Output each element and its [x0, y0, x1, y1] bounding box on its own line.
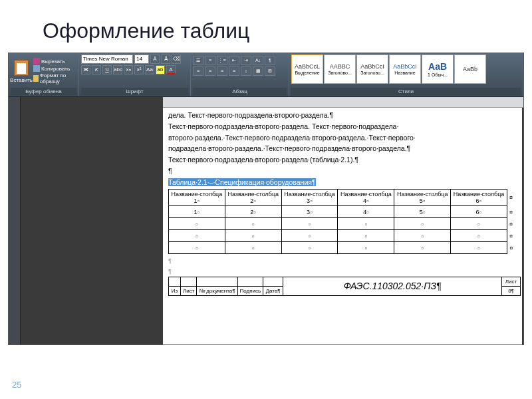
- frame-cell: Из: [169, 286, 181, 295]
- pilcrow-mark: ¶: [168, 268, 172, 275]
- frame-cell: Подпись: [237, 286, 263, 295]
- page[interactable]: Подп. и датаИнв. № дубл.Взам. инв. №Подп…: [163, 108, 522, 345]
- style-item[interactable]: AaBbCcIЗаголово...: [356, 55, 388, 84]
- slide-title: Оформление таблиц: [0, 0, 532, 53]
- font-name-select[interactable]: Times New Roman: [81, 55, 133, 64]
- numbering-button[interactable]: ≡: [205, 56, 215, 65]
- document-code: ФАЭС.110302.052·ПЗ¶: [283, 277, 502, 295]
- multilevel-button[interactable]: ⋮≡: [217, 56, 227, 65]
- document-area[interactable]: Подп. и датаИнв. № дубл.Взам. инв. №Подп…: [163, 97, 523, 345]
- style-item[interactable]: AaBbCcIНазвание: [389, 55, 421, 84]
- frame-cell: №·документа¶: [197, 286, 237, 295]
- case-button[interactable]: Aa: [145, 65, 154, 74]
- align-left-button[interactable]: ≡: [193, 66, 203, 76]
- justify-button[interactable]: ≡: [229, 66, 239, 76]
- style-item[interactable]: АаВ1 Обыч...: [422, 55, 454, 84]
- table-caption[interactable]: Таблица·2.1·–·Спецификация·оборудования¶: [166, 178, 522, 188]
- italic-button[interactable]: К: [92, 65, 101, 74]
- paste-label: Вставить: [10, 77, 33, 83]
- slide-number: 25: [12, 380, 21, 390]
- styles-group: AaBbCcLВыделениеAABBCЗаголово...AaBbCcIЗ…: [289, 53, 523, 96]
- sort-button[interactable]: A↓: [253, 56, 263, 65]
- clear-format-button[interactable]: ⌫: [172, 55, 181, 64]
- style-item[interactable]: AaBb: [454, 55, 486, 84]
- copy-button[interactable]: Копировать: [33, 65, 76, 72]
- align-center-button[interactable]: ≡: [205, 66, 215, 76]
- clipboard-icon: [14, 60, 29, 76]
- style-item[interactable]: AABBCЗаголово...: [324, 55, 356, 84]
- subscript-button[interactable]: x₂: [124, 65, 133, 74]
- paragraph-group-label: Абзац: [193, 88, 287, 95]
- pilcrow-mark: ¶: [168, 257, 172, 264]
- title-block: ФАЭС.110302.052·ПЗ¶ Лист Из Лист №·докум…: [168, 277, 521, 296]
- vertical-ruler[interactable]: [9, 97, 21, 345]
- bold-button[interactable]: Ж: [81, 65, 90, 74]
- highlight-button[interactable]: ab: [156, 65, 165, 74]
- scissors-icon: [33, 58, 40, 65]
- paste-button[interactable]: Вставить: [11, 55, 32, 88]
- font-group: Times New Roman 14 Â Ǎ ⌫ Ж К Ч abc x₂ x…: [79, 53, 191, 96]
- shrink-font-button[interactable]: Ǎ: [161, 55, 170, 64]
- format-painter-button[interactable]: Формат по образцу: [33, 72, 76, 84]
- document-text[interactable]: дела. Текст·первого·подраздела·второго·р…: [166, 110, 522, 177]
- ribbon: Вставить Вырезать Копировать Формат по о…: [9, 53, 523, 97]
- copy-label: Копировать: [41, 66, 70, 72]
- style-item[interactable]: AaBbCcLВыделение: [291, 55, 323, 84]
- font-group-label: Шрифт: [81, 88, 188, 95]
- cut-button[interactable]: Вырезать: [33, 58, 76, 65]
- paragraph-group: ☰ ≡ ⋮≡ ⇤ ⇥ A↓ ¶ ≡ ≡ ≡ ≡ ↕ ▦ ⊞ Абзац: [191, 53, 289, 96]
- spec-table[interactable]: Название·столбца 1¤Название·столбца 2¤На…: [168, 189, 515, 254]
- align-right-button[interactable]: ≡: [217, 66, 227, 76]
- sheet-label: Лист: [502, 277, 521, 286]
- bullets-button[interactable]: ☰: [193, 56, 203, 65]
- pilcrow-button[interactable]: ¶: [265, 56, 275, 65]
- grow-font-button[interactable]: Â: [150, 55, 160, 64]
- underline-button[interactable]: Ч: [102, 65, 112, 74]
- copy-icon: [33, 65, 40, 72]
- shading-button[interactable]: ▦: [253, 66, 263, 76]
- format-label: Формат по образцу: [40, 72, 76, 84]
- cut-label: Вырезать: [41, 59, 65, 65]
- strike-button[interactable]: abc: [113, 65, 122, 74]
- superscript-button[interactable]: x²: [134, 65, 144, 74]
- brush-icon: [33, 75, 39, 82]
- indent-inc-button[interactable]: ⇥: [241, 56, 251, 65]
- word-window: Вставить Вырезать Копировать Формат по о…: [8, 53, 524, 345]
- horizontal-ruler[interactable]: [163, 97, 523, 108]
- work-area: Подп. и датаИнв. № дубл.Взам. инв. №Подп…: [9, 97, 523, 345]
- styles-group-label: Стили: [291, 88, 521, 95]
- clipboard-group: Вставить Вырезать Копировать Формат по о…: [9, 53, 79, 96]
- dark-panel: [21, 97, 163, 345]
- font-size-select[interactable]: 14: [134, 55, 149, 64]
- sheet-number: 8¶: [502, 286, 521, 295]
- font-color-button[interactable]: A: [166, 65, 176, 74]
- frame-cell: Дата¶: [263, 286, 283, 295]
- clipboard-group-label: Буфер обмена: [11, 88, 76, 95]
- line-spacing-button[interactable]: ↕: [241, 66, 251, 76]
- indent-dec-button[interactable]: ⇤: [229, 56, 239, 65]
- borders-button[interactable]: ⊞: [265, 66, 275, 76]
- frame-cell: Лист: [181, 286, 197, 295]
